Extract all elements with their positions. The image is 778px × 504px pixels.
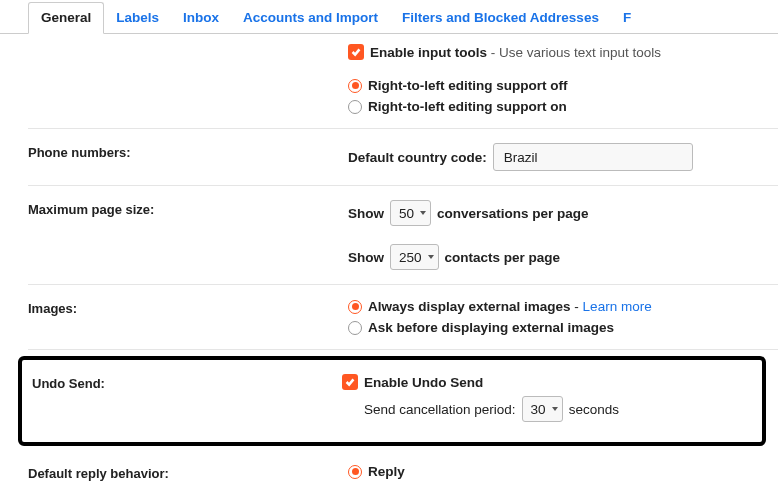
- rtl-off-label: Right-to-left editing support off: [368, 78, 567, 93]
- enable-undo-send-checkbox[interactable]: [342, 374, 358, 390]
- section-page-size: Maximum page size: Show 50 conversations…: [28, 186, 778, 285]
- images-ask-label: Ask before displaying external images: [368, 320, 614, 335]
- reply-radio[interactable]: [348, 465, 362, 479]
- enable-input-tools-desc: - Use various text input tools: [487, 45, 661, 60]
- undo-send-highlight: Undo Send: Enable Undo Send Send cancell…: [18, 356, 766, 446]
- conv-show-prefix: Show: [348, 206, 384, 221]
- section-phone: Phone numbers: Default country code: Bra…: [28, 129, 778, 186]
- cancellation-period-suffix: seconds: [569, 402, 619, 417]
- tab-general[interactable]: General: [28, 2, 104, 34]
- images-always-label: Always display external images: [368, 299, 571, 314]
- country-code-value: Brazil: [504, 150, 538, 165]
- cancellation-period-dropdown[interactable]: 30: [522, 396, 563, 422]
- rtl-off-radio[interactable]: [348, 79, 362, 93]
- conversations-per-page-dropdown[interactable]: 50: [390, 200, 431, 226]
- country-code-dropdown[interactable]: Brazil: [493, 143, 693, 171]
- settings-content: Enable input tools - Use various text in…: [0, 34, 778, 350]
- check-icon: [344, 376, 356, 388]
- tab-accounts[interactable]: Accounts and Import: [231, 3, 390, 33]
- phone-section-label: Phone numbers:: [28, 143, 348, 171]
- caret-down-icon: [552, 407, 558, 411]
- check-icon: [350, 46, 362, 58]
- reply-section-label: Default reply behavior:: [28, 464, 348, 481]
- rtl-on-row: Right-to-left editing support on: [348, 99, 778, 114]
- undo-section-label: Undo Send:: [32, 374, 342, 422]
- tab-inbox[interactable]: Inbox: [171, 3, 231, 33]
- rtl-off-row: Right-to-left editing support off: [348, 78, 778, 93]
- tab-forwarding-partial[interactable]: F: [611, 3, 643, 33]
- enable-input-tools-checkbox[interactable]: [348, 44, 364, 60]
- enable-undo-send-label: Enable Undo Send: [364, 375, 483, 390]
- images-section-label: Images:: [28, 299, 348, 335]
- rtl-on-radio[interactable]: [348, 100, 362, 114]
- cancellation-period-label: Send cancellation period:: [364, 402, 516, 417]
- tab-labels[interactable]: Labels: [104, 3, 171, 33]
- contacts-suffix: contacts per page: [445, 250, 561, 265]
- conv-suffix: conversations per page: [437, 206, 589, 221]
- contacts-show-prefix: Show: [348, 250, 384, 265]
- settings-tabs: General Labels Inbox Accounts and Import…: [0, 0, 778, 34]
- country-code-label: Default country code:: [348, 150, 487, 165]
- images-always-radio[interactable]: [348, 300, 362, 314]
- section-images: Images: Always display external images -…: [28, 285, 778, 350]
- tab-filters[interactable]: Filters and Blocked Addresses: [390, 3, 611, 33]
- section-language-partial: Enable input tools - Use various text in…: [28, 34, 778, 129]
- page-size-section-label: Maximum page size:: [28, 200, 348, 270]
- enable-input-tools-label: Enable input tools: [370, 45, 487, 60]
- reply-label: Reply: [368, 464, 405, 479]
- caret-down-icon: [428, 255, 434, 259]
- caret-down-icon: [420, 211, 426, 215]
- rtl-on-label: Right-to-left editing support on: [368, 99, 567, 114]
- section-reply-behavior-partial: Default reply behavior: Reply: [28, 452, 778, 481]
- section-undo-send: Undo Send: Enable Undo Send Send cancell…: [32, 370, 762, 426]
- contacts-per-page-dropdown[interactable]: 250: [390, 244, 439, 270]
- images-learn-more-link[interactable]: Learn more: [583, 299, 652, 314]
- input-tools-row: Enable input tools - Use various text in…: [348, 44, 778, 60]
- images-ask-radio[interactable]: [348, 321, 362, 335]
